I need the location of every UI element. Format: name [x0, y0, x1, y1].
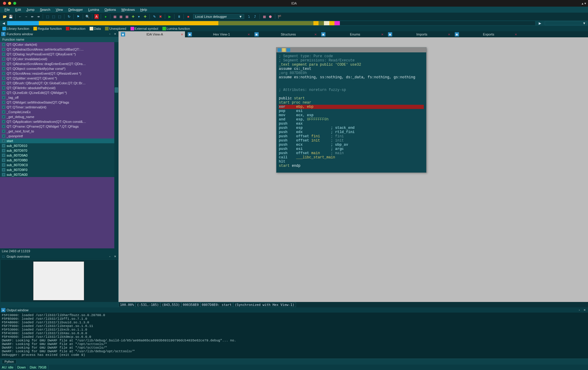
tool-b-icon[interactable]: ⬚	[51, 14, 56, 19]
menu-jump[interactable]: Jump	[24, 8, 37, 11]
function-row[interactable]: fQT::QScrollArea::resizeEvent(QT::QResiz…	[0, 71, 119, 76]
menu-search[interactable]: Search	[37, 8, 53, 11]
open-icon[interactable]: 📂	[2, 14, 7, 19]
function-row[interactable]: fQT::QAbstractScrollArea::setVerticalScr…	[0, 47, 119, 52]
tab-close-icon[interactable]: ✕	[248, 33, 250, 36]
function-row[interactable]: fsub_807D9C0	[0, 163, 119, 167]
tab-enums[interactable]: ▣Enums✕	[319, 31, 386, 37]
search-icon[interactable]: 🔍	[85, 14, 90, 19]
tab-close-icon[interactable]: ✕	[515, 33, 517, 36]
tab-exports[interactable]: ▣Exports✕	[452, 31, 519, 37]
bp2-icon[interactable]: ⬣	[268, 14, 273, 19]
function-row[interactable]: f_CompileLineEx	[0, 110, 119, 114]
menu-debugger[interactable]: Debugger	[66, 8, 85, 11]
tab-close-icon[interactable]: ✕	[381, 33, 383, 36]
box1-icon[interactable]: ▦	[112, 14, 117, 19]
menu-lumina[interactable]: Lumina	[85, 8, 102, 11]
record-icon[interactable]: ●	[103, 14, 108, 19]
function-row[interactable]: fQT::QSplitter::event(QT::QEvent *)	[0, 76, 119, 81]
nav-fwd2-icon[interactable]: ↠	[36, 14, 41, 19]
tool-c-icon[interactable]: ⬚	[57, 14, 62, 19]
step-icon[interactable]: ⤵	[247, 14, 251, 19]
function-row[interactable]: f_get_debug_name	[0, 114, 119, 119]
nav-back-icon[interactable]: ←	[18, 14, 23, 19]
edit-icon[interactable]: ✎	[152, 14, 157, 19]
plus-icon[interactable]: ✚	[131, 14, 135, 19]
menu-edit[interactable]: Edit	[13, 8, 24, 11]
function-row[interactable]: fQT::QWidget::setWindowState(QT::QFlags	[0, 100, 119, 105]
node-ic3[interactable]	[287, 48, 290, 52]
function-row[interactable]: fQT::QBrush::QBrush(QT::Qt::GlobalColor,…	[0, 81, 119, 86]
function-row[interactable]: fQT::QObject::connectNotify(char const*)	[0, 66, 119, 71]
pause-icon[interactable]: ⏸	[177, 14, 181, 19]
function-row[interactable]: fsub_807D9A0	[0, 153, 119, 158]
function-row[interactable]: f_get_next_fcref_to	[0, 129, 119, 134]
close-icon[interactable]: ✕	[113, 32, 117, 36]
disasm-node[interactable]: ; Segment type: Pure code ; Segment perm…	[276, 47, 426, 173]
close-icon[interactable]: ✕	[583, 308, 587, 312]
function-row[interactable]: fQT::QDialog::keyPressEvent(QT::QKeyEven…	[0, 52, 119, 57]
menu-file[interactable]: File	[2, 8, 13, 11]
python-button[interactable]: Python	[2, 359, 17, 364]
function-row[interactable]: fQT::QFrame::QFrame(QT::QWidget *,QT::QF…	[0, 124, 119, 129]
function-row[interactable]: fQT::QColor::invalidate(void)	[0, 57, 119, 61]
nav-left-icon[interactable]: ◀	[1, 21, 6, 26]
nav-end[interactable]: ▼	[545, 21, 587, 25]
restore-icon[interactable]: ▫	[108, 254, 112, 259]
delete-icon[interactable]: ✖	[158, 14, 163, 19]
function-row[interactable]: f_qvsnprintf	[0, 134, 119, 138]
functions-list[interactable]: fQT::QColor::dark(int)fQT::QAbstractScro…	[0, 42, 119, 248]
tab-close-icon[interactable]: ✕	[448, 33, 450, 36]
tab-hex-view-1[interactable]: ▣Hex View-1✕	[185, 31, 252, 37]
nav-fwd-icon[interactable]: →	[24, 14, 29, 19]
run-icon[interactable]: ▶	[167, 14, 172, 19]
minimize-window[interactable]	[8, 2, 11, 5]
close-window[interactable]	[3, 2, 6, 5]
graph-viewport[interactable]	[33, 261, 84, 300]
functions-col-header[interactable]: Function name	[0, 37, 119, 42]
scrollbar[interactable]	[114, 42, 119, 248]
tool-a-icon[interactable]: ⬚	[45, 14, 50, 19]
window-menu-icon[interactable]: ▴ ▾	[582, 2, 586, 5]
node-ic1[interactable]	[278, 48, 281, 52]
tab-close-icon[interactable]: ✕	[314, 33, 317, 36]
box3-icon[interactable]: ▦	[125, 14, 129, 19]
text-icon[interactable]: A	[94, 14, 99, 19]
flag-icon[interactable]: ⚑	[76, 14, 81, 19]
function-row[interactable]: f_tag_off	[0, 95, 119, 100]
stepover-icon[interactable]: ⤴	[253, 14, 257, 19]
maximize-window[interactable]	[13, 2, 16, 5]
function-row[interactable]: fstart	[0, 138, 119, 143]
bp-icon[interactable]: ▦	[262, 14, 267, 19]
box2-icon[interactable]: ▦	[119, 14, 123, 19]
save-icon[interactable]: 💾	[8, 14, 13, 19]
function-row[interactable]: fQT::QColor::dark(int)	[0, 42, 119, 47]
function-row[interactable]: fQT::QAbstractScrollArea::dragEnterEvent…	[0, 61, 119, 66]
function-row[interactable]: fQT::QApplication::setWindowIcon(QT::QIc…	[0, 119, 119, 124]
menu-options[interactable]: Options	[102, 8, 119, 11]
stop-icon[interactable]: ■	[186, 14, 191, 19]
function-row[interactable]: fsub_807D910	[0, 143, 119, 148]
close-icon[interactable]: ✕	[113, 254, 117, 259]
ida-view[interactable]: ; Segment type: Pure code ; Segment perm…	[119, 37, 588, 302]
function-row[interactable]: fQT::QLineEdit::QLineEdit(QT::QWidget *)	[0, 90, 119, 95]
function-row[interactable]: fQT::QTimer::setInterval(int)	[0, 105, 119, 110]
menu-windows[interactable]: Windows	[119, 8, 138, 11]
plus2-icon[interactable]: ✚	[143, 14, 147, 19]
menu-help[interactable]: Help	[137, 8, 150, 11]
nav-back2-icon[interactable]: ↞	[30, 14, 35, 19]
tab-structures[interactable]: ▣Structures✕	[252, 31, 319, 37]
tab-imports[interactable]: ▣Imports✕	[386, 31, 452, 37]
refresh-icon[interactable]: ↻	[66, 14, 71, 19]
tab-close-icon[interactable]: ✕	[181, 33, 183, 36]
down-icon[interactable]: ▾	[137, 14, 141, 19]
node-ic2[interactable]	[282, 48, 286, 52]
scroll-thumb[interactable]	[115, 87, 118, 93]
restore-icon[interactable]: ▫	[108, 32, 112, 36]
function-row[interactable]: fQT::QFileInfo::absolutePath(void)	[0, 86, 119, 90]
nav-strip[interactable]	[7, 21, 535, 25]
output-text[interactable]: F5FC0000: loaded /usr/lib32/libharfbuzz.…	[0, 313, 588, 359]
function-row[interactable]: fsub_807D970	[0, 148, 119, 153]
function-row[interactable]: fsub_807D9F0	[0, 167, 119, 172]
function-row[interactable]: fsub_807D9B0	[0, 158, 119, 163]
